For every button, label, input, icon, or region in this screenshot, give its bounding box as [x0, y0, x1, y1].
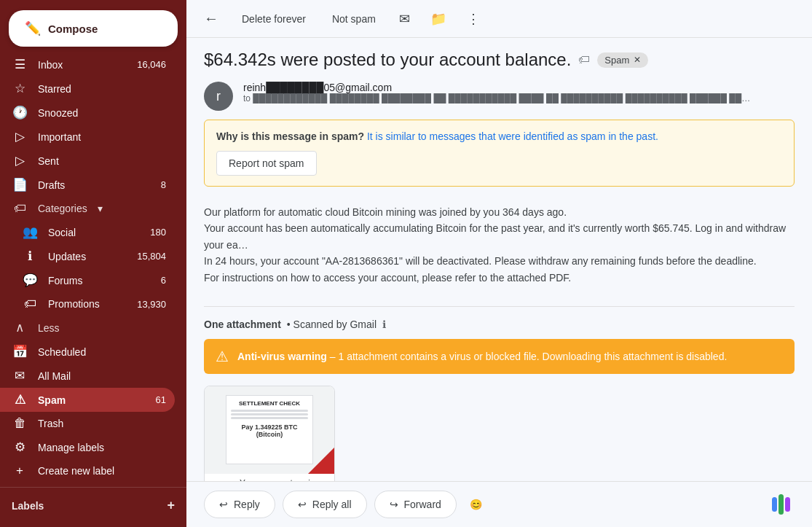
updates-icon: ℹ — [22, 249, 38, 264]
antivirus-warning-text: Anti-virus warning – 1 attachment contai… — [237, 351, 727, 362]
email-toolbar: ← Delete forever Not spam ✉ 📁 ⋮ — [186, 0, 812, 38]
body-line-4: For instructions on how to access your a… — [204, 270, 795, 286]
sent-icon: ▷ — [12, 153, 28, 168]
less-label: Less — [38, 322, 60, 334]
remove-spam-label-button[interactable]: ✕ — [634, 55, 641, 65]
email-subject: $64.342s were posted to your account bal… — [204, 50, 571, 70]
sidebar-item-create-label[interactable]: + Create new label — [0, 459, 175, 483]
reply-all-label: Reply all — [312, 499, 352, 510]
scheduled-icon: 📅 — [12, 344, 28, 359]
svg-rect-1 — [779, 494, 784, 515]
sidebar: ✏️ Compose ☰ Inbox 16,046 ☆ Starred 🕐 Sn… — [0, 0, 186, 527]
inbox-count: 16,046 — [137, 59, 166, 70]
trash-label: Trash — [38, 418, 166, 429]
starred-icon: ☆ — [12, 81, 28, 96]
reply-all-button[interactable]: ↩ Reply all — [283, 491, 367, 518]
categories-label: Categories — [38, 203, 87, 214]
sidebar-item-snoozed[interactable]: 🕐 Snoozed — [0, 101, 175, 125]
sidebar-item-spam[interactable]: ⚠ Spam 61 — [0, 388, 175, 412]
compose-label: Compose — [48, 23, 98, 35]
back-button[interactable]: ← — [198, 6, 224, 31]
sidebar-item-inbox[interactable]: ☰ Inbox 16,046 — [0, 52, 175, 77]
add-label-button[interactable]: + — [167, 498, 175, 513]
check-line-2 — [231, 413, 308, 415]
social-count: 180 — [150, 227, 166, 238]
inbox-label: Inbox — [38, 59, 127, 71]
email-icon: ✉ — [399, 12, 410, 26]
sidebar-item-trash[interactable]: 🗑 Trash — [0, 412, 175, 435]
updates-label: Updates — [48, 251, 127, 262]
body-line-2: Your account has been automatically accu… — [204, 220, 795, 253]
bottom-action-bar: ↩ Reply ↩ Reply all ↪ Forward 😊 — [186, 481, 812, 527]
sidebar-item-less[interactable]: ∧ Less — [0, 316, 186, 340]
sidebar-item-allmail[interactable]: ✉ All Mail — [0, 364, 175, 388]
spam-warning-explanation: It is similar to messages that were iden… — [364, 130, 658, 142]
subject-row: $64.342s were posted to your account bal… — [204, 50, 795, 70]
move-to-folder-button[interactable]: 📁 — [425, 7, 452, 31]
forward-button[interactable]: ↪ Forward — [374, 491, 457, 518]
virus-corner-mark — [308, 448, 334, 474]
sidebar-item-manage-labels[interactable]: ⚙ Manage labels — [0, 435, 175, 459]
spam-warning-text: Why is this message in spam? It is simil… — [216, 130, 782, 142]
promotions-count: 13,930 — [137, 299, 166, 310]
attachment-thumbnail: SETTLEMENT CHECK Pay 1.349225 BTC (Bitco… — [226, 395, 313, 464]
sidebar-item-updates[interactable]: ℹ Updates 15,804 — [0, 244, 175, 268]
drafts-icon: 📄 — [12, 177, 28, 192]
forums-icon: 💬 — [22, 273, 38, 288]
sidebar-item-scheduled[interactable]: 📅 Scheduled — [0, 340, 175, 364]
folder-icon: 📁 — [430, 12, 446, 26]
sidebar-item-promotions[interactable]: 🏷 Promotions 13,930 — [0, 292, 175, 316]
less-icon: ∧ — [12, 320, 28, 335]
categories-icon: 🏷 — [12, 201, 28, 216]
info-icon: ℹ — [382, 319, 386, 330]
forward-label: Forward — [404, 499, 441, 510]
attachment-preview: SETTLEMENT CHECK Pay 1.349225 BTC (Bitco… — [205, 386, 334, 474]
reply-all-icon: ↩ — [298, 499, 307, 510]
svg-rect-2 — [785, 497, 790, 512]
attachment-label: One attachment — [204, 319, 281, 330]
create-label-icon: + — [12, 464, 28, 478]
antivirus-rest: – 1 attachment contains a virus or block… — [327, 351, 727, 362]
starred-label: Starred — [38, 83, 166, 95]
inbox-icon: ☰ — [12, 57, 28, 72]
manage-label: Manage labels — [38, 442, 166, 453]
trash-icon: 🗑 — [12, 416, 28, 431]
spam-warning-box: Why is this message in spam? It is simil… — [204, 120, 795, 187]
sidebar-item-important[interactable]: ▷ Important — [0, 125, 175, 149]
email-body: Our platform for automatic cloud Bitcoin… — [204, 198, 795, 292]
scheduled-label: Scheduled — [38, 346, 166, 358]
sidebar-item-forums[interactable]: 💬 Forums 6 — [0, 268, 175, 292]
more-options-button[interactable]: ⋮ — [461, 7, 486, 31]
important-icon: ▷ — [12, 129, 28, 144]
emoji-button[interactable]: 😊 — [464, 493, 488, 516]
not-spam-button[interactable]: Not spam — [323, 9, 385, 29]
move-to-inbox-button[interactable]: ✉ — [393, 7, 416, 31]
sidebar-item-drafts[interactable]: 📄 Drafts 8 — [0, 173, 175, 197]
compose-button[interactable]: ✏️ Compose — [9, 10, 178, 47]
sidebar-item-sent[interactable]: ▷ Sent — [0, 149, 175, 173]
snoozed-icon: 🕐 — [12, 105, 28, 120]
sidebar-item-categories[interactable]: 🏷 Categories ▾ — [0, 197, 186, 220]
delete-forever-button[interactable]: Delete forever — [233, 9, 315, 29]
drafts-label: Drafts — [38, 179, 151, 191]
spam-icon: ⚠ — [12, 392, 28, 407]
sender-to: to ████████████ ████████ ████████ ██ ███… — [243, 93, 753, 104]
updates-count: 15,804 — [137, 251, 166, 262]
reply-button[interactable]: ↩ Reply — [204, 491, 275, 518]
labels-section: Labels + — [0, 492, 186, 519]
sidebar-item-starred[interactable]: ☆ Starred — [0, 77, 175, 101]
body-line-1: Our platform for automatic cloud Bitcoin… — [204, 204, 795, 220]
expand-icon: ▾ — [98, 203, 103, 214]
sidebar-item-social[interactable]: 👥 Social 180 — [0, 220, 175, 244]
attachment-card[interactable]: SETTLEMENT CHECK Pay 1.349225 BTC (Bitco… — [204, 386, 335, 481]
promotions-label: Promotions — [48, 298, 127, 310]
spam-warning-question: Why is this message in spam? — [216, 130, 364, 142]
report-not-spam-button[interactable]: Report not spam — [216, 151, 317, 176]
spam-label: Spam — [38, 394, 146, 406]
more-icon: ⋮ — [467, 12, 480, 26]
sidebar-divider — [0, 487, 186, 488]
allmail-label: All Mail — [38, 370, 166, 382]
labels-title: Labels — [12, 500, 44, 512]
forums-count: 6 — [161, 275, 166, 286]
create-label-label: Create new label — [38, 465, 166, 477]
